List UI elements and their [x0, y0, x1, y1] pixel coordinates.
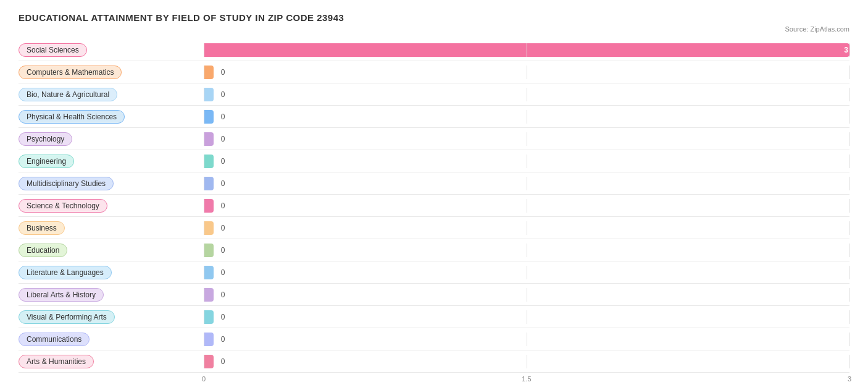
bar-label: Communications: [19, 333, 204, 346]
bar-category-label: Communications: [19, 333, 90, 346]
bar-container: 0: [204, 106, 849, 127]
bar-track: 0: [204, 88, 849, 101]
bar-fill: [204, 66, 214, 79]
bar-value-label: 0: [221, 68, 225, 77]
bar-label: Arts & Humanities: [19, 355, 204, 368]
bar-container: 3: [204, 39, 849, 61]
bar-track: 0: [204, 333, 849, 346]
bar-fill: [204, 266, 214, 279]
x-axis-tick: 1.5: [522, 375, 531, 383]
bar-row: Communications0: [19, 328, 849, 350]
bar-track: 0: [204, 177, 849, 190]
bar-value-label: 0: [221, 135, 225, 143]
bar-row: Liberal Arts & History0: [19, 284, 849, 306]
bar-container: 0: [204, 261, 849, 283]
source-label: Source: ZipAtlas.com: [19, 25, 849, 33]
bar-row: Arts & Humanities0: [19, 350, 849, 373]
bar-category-label: Multidisciplinary Studies: [19, 177, 114, 190]
bar-container: 0: [204, 217, 849, 239]
bar-row: Visual & Performing Arts0: [19, 306, 849, 328]
x-axis: 01.53: [204, 373, 849, 385]
bar-track: 0: [204, 221, 849, 235]
chart-title: EDUCATIONAL ATTAINMENT BY FIELD OF STUDY…: [19, 12, 849, 23]
bar-container: 0: [204, 150, 849, 172]
bar-label: Literature & Languages: [19, 266, 204, 279]
bar-category-label: Visual & Performing Arts: [19, 310, 115, 324]
bar-track: 0: [204, 132, 849, 146]
bar-fill: [204, 132, 214, 146]
bar-category-label: Physical & Health Sciences: [19, 110, 125, 124]
bar-row: Computers & Mathematics0: [19, 61, 849, 83]
bar-fill: [204, 244, 214, 257]
bar-row: Psychology0: [19, 128, 849, 150]
bar-label: Business: [19, 221, 204, 235]
bar-fill: [204, 110, 214, 124]
bar-label: Education: [19, 244, 204, 257]
bar-category-label: Engineering: [19, 155, 74, 168]
bar-fill: [204, 221, 214, 235]
bar-value-label: 0: [221, 313, 225, 321]
bar-value-label: 3: [844, 46, 848, 54]
bar-row: Social Sciences3: [19, 39, 849, 61]
bar-fill: [204, 288, 214, 302]
bar-container: 0: [204, 284, 849, 305]
bar-row: Bio, Nature & Agricultural0: [19, 83, 849, 106]
bar-track: 0: [204, 110, 849, 124]
bar-category-label: Arts & Humanities: [19, 355, 94, 368]
bar-category-label: Literature & Languages: [19, 266, 112, 279]
x-axis-tick: 0: [202, 375, 206, 383]
bar-fill: [204, 355, 214, 368]
bar-track: 0: [204, 310, 849, 324]
bar-container: 0: [204, 350, 849, 372]
chart-wrapper: EDUCATIONAL ATTAINMENT BY FIELD OF STUDY…: [19, 12, 849, 385]
bar-fill: [204, 88, 214, 101]
bar-row: Education0: [19, 239, 849, 261]
bar-category-label: Science & Technology: [19, 199, 107, 213]
bar-value-label: 0: [221, 90, 225, 99]
bar-track: 0: [204, 155, 849, 168]
bar-category-label: Liberal Arts & History: [19, 288, 104, 302]
bar-container: 0: [204, 172, 849, 194]
x-axis-tick: 3: [848, 375, 851, 383]
bar-category-label: Bio, Nature & Agricultural: [19, 88, 117, 101]
bar-value-label: 0: [221, 268, 225, 277]
bar-label: Engineering: [19, 155, 204, 168]
bar-fill: [204, 155, 214, 168]
bar-track: 0: [204, 288, 849, 302]
bar-label: Visual & Performing Arts: [19, 310, 204, 324]
bar-row: Literature & Languages0: [19, 261, 849, 284]
bar-value-label: 0: [221, 112, 225, 121]
bar-value-label: 0: [221, 157, 225, 166]
bar-row: Multidisciplinary Studies0: [19, 172, 849, 195]
chart-area: Social Sciences3Computers & Mathematics0…: [19, 39, 849, 373]
bar-value-label: 0: [221, 335, 225, 344]
bar-container: 0: [204, 306, 849, 328]
bar-fill: [204, 43, 849, 57]
bar-fill: [204, 310, 214, 324]
bar-track: 0: [204, 355, 849, 368]
bar-category-label: Psychology: [19, 132, 72, 146]
bar-container: 0: [204, 239, 849, 261]
bar-category-label: Computers & Mathematics: [19, 66, 122, 79]
bar-label: Multidisciplinary Studies: [19, 177, 204, 190]
bar-label: Computers & Mathematics: [19, 66, 204, 79]
bar-container: 0: [204, 128, 849, 150]
bar-label: Psychology: [19, 132, 204, 146]
bar-track: 3: [204, 43, 849, 57]
bar-fill: [204, 177, 214, 190]
bar-value-label: 0: [221, 179, 225, 188]
bar-row: Engineering0: [19, 150, 849, 172]
bar-track: 0: [204, 244, 849, 257]
bar-row: Business0: [19, 217, 849, 239]
bar-value-label: 0: [221, 357, 225, 366]
bar-track: 0: [204, 266, 849, 279]
bar-value-label: 0: [221, 201, 225, 210]
bar-value-label: 0: [221, 246, 225, 255]
bar-category-label: Education: [19, 244, 67, 257]
bar-track: 0: [204, 199, 849, 213]
bar-container: 0: [204, 83, 849, 105]
bar-container: 0: [204, 328, 849, 350]
bar-fill: [204, 333, 214, 346]
bar-row: Physical & Health Sciences0: [19, 106, 849, 128]
bar-container: 0: [204, 195, 849, 216]
